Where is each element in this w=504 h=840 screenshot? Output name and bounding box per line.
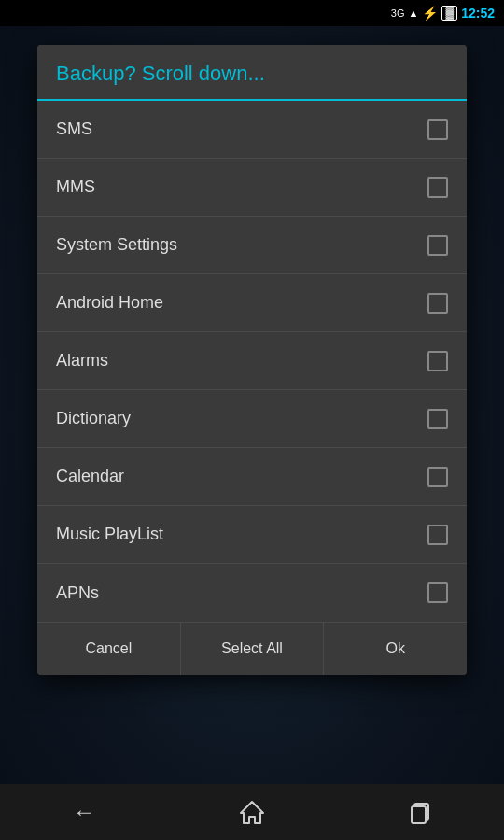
checkbox-sms[interactable] <box>427 119 448 140</box>
item-label-calendar: Calendar <box>56 467 124 486</box>
svg-marker-0 <box>241 802 263 823</box>
list-item-music-playlist[interactable]: Music PlayList <box>37 506 467 564</box>
signal-icon: 3G <box>391 7 405 19</box>
item-label-dictionary: Dictionary <box>56 409 131 428</box>
list-item-calendar[interactable]: Calendar <box>37 448 467 506</box>
signal-bars-icon: ▲ <box>409 7 419 19</box>
checkbox-mms[interactable] <box>427 177 448 198</box>
item-label-system-settings: System Settings <box>56 235 177 255</box>
checkbox-system-settings[interactable] <box>427 235 448 256</box>
dialog-footer: Cancel Select All Ok <box>37 622 467 675</box>
cancel-button[interactable]: Cancel <box>37 623 181 675</box>
checkbox-apns[interactable] <box>427 582 448 603</box>
checkbox-alarms[interactable] <box>427 351 448 371</box>
item-label-alarms: Alarms <box>56 351 108 371</box>
list-item-apns[interactable]: APNs <box>37 564 467 622</box>
dialog-title: Backup? Scroll down... <box>56 62 265 85</box>
svg-rect-2 <box>412 806 426 823</box>
dialog-list: SMS MMS System Settings Android Home Ala… <box>37 101 467 622</box>
battery-icon: ⚡ <box>422 6 438 21</box>
clock: 12:52 <box>461 6 495 21</box>
status-icons: 3G ▲ ⚡ ▓ 12:52 <box>391 6 495 21</box>
battery-level-icon: ▓ <box>441 6 457 21</box>
backup-dialog: Backup? Scroll down... SMS MMS System Se… <box>37 45 467 675</box>
checkbox-dictionary[interactable] <box>427 409 448 429</box>
recents-icon <box>408 800 432 824</box>
checkbox-calendar[interactable] <box>427 467 448 487</box>
list-item-sms[interactable]: SMS <box>37 101 467 159</box>
status-bar: 3G ▲ ⚡ ▓ 12:52 <box>0 0 504 26</box>
dialog-header: Backup? Scroll down... <box>37 45 467 101</box>
checkbox-music-playlist[interactable] <box>427 525 448 545</box>
nav-bar: ← <box>0 784 504 840</box>
list-item-system-settings[interactable]: System Settings <box>37 217 467 274</box>
back-icon: ← <box>73 799 95 825</box>
home-button[interactable] <box>224 793 280 831</box>
item-label-android-home: Android Home <box>56 293 163 313</box>
home-icon <box>239 800 265 824</box>
screen-content: Backup? Scroll down... SMS MMS System Se… <box>0 26 504 784</box>
item-label-apns: APNs <box>56 583 99 603</box>
item-label-music-playlist: Music PlayList <box>56 525 163 544</box>
list-item-android-home[interactable]: Android Home <box>37 274 467 332</box>
item-label-sms: SMS <box>56 119 92 139</box>
list-item-alarms[interactable]: Alarms <box>37 332 467 390</box>
select-all-button[interactable]: Select All <box>181 623 325 675</box>
back-button[interactable]: ← <box>56 793 112 831</box>
checkbox-android-home[interactable] <box>427 293 448 314</box>
list-item-mms[interactable]: MMS <box>37 159 467 217</box>
recents-button[interactable] <box>392 793 448 831</box>
ok-button[interactable]: Ok <box>324 623 467 675</box>
list-item-dictionary[interactable]: Dictionary <box>37 390 467 448</box>
item-label-mms: MMS <box>56 177 95 197</box>
